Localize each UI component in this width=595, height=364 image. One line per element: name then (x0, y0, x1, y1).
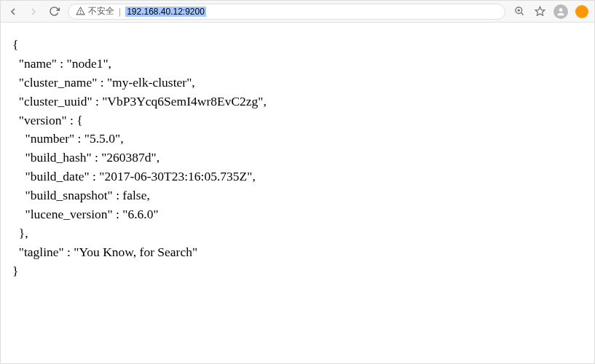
forward-button[interactable] (27, 5, 40, 18)
zoom-icon[interactable] (513, 5, 526, 18)
url-text: 192.168.40.12:9200 (125, 7, 206, 17)
browser-toolbar: 不安全 | 192.168.40.12:9200 (1, 1, 594, 23)
divider: | (119, 7, 121, 17)
bookmark-star-icon[interactable] (533, 5, 546, 18)
svg-point-1 (80, 13, 81, 14)
json-response-body: { "name" : "node1", "cluster_name" : "my… (1, 23, 594, 294)
security-warning: 不安全 (76, 5, 114, 17)
svg-marker-6 (535, 7, 545, 15)
back-button[interactable] (7, 5, 20, 18)
notification-badge[interactable] (575, 5, 588, 18)
address-bar[interactable]: 不安全 | 192.168.40.12:9200 (68, 4, 505, 20)
toolbar-right (513, 4, 588, 19)
avatar-icon[interactable] (553, 4, 568, 19)
warning-icon (76, 7, 85, 16)
svg-point-7 (559, 8, 563, 12)
svg-line-3 (521, 12, 523, 15)
security-label: 不安全 (88, 5, 114, 17)
reload-button[interactable] (47, 5, 60, 18)
